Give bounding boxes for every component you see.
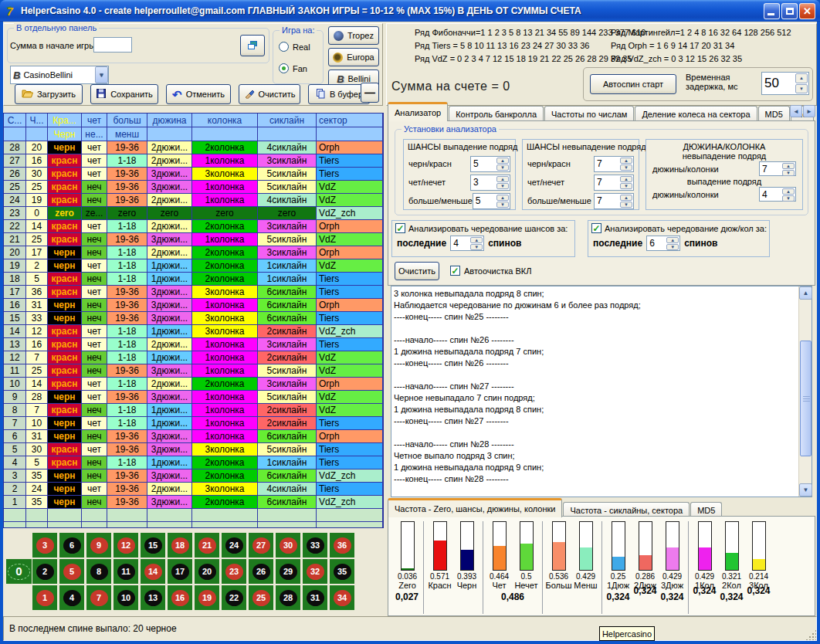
chances-spins-spinner[interactable]: 4 ▲▼ — [450, 236, 484, 251]
board-cell-19[interactable]: 19 — [195, 585, 219, 610]
spin-down-icon[interactable]: ▼ — [782, 170, 795, 176]
toolbar-button-2[interactable]: Сохранить — [90, 84, 158, 104]
board-cell-3[interactable]: 3 — [32, 533, 57, 558]
spin-up-icon[interactable]: ▲ — [470, 237, 483, 243]
setting-spinner[interactable]: 7▲▼ — [594, 175, 634, 191]
spin-down-icon[interactable]: ▼ — [470, 244, 483, 250]
maximize-button[interactable] — [781, 3, 798, 19]
spin-up-icon[interactable]: ▲ — [620, 195, 632, 201]
spin-down-icon[interactable]: ▼ — [666, 244, 679, 250]
setting-spinner[interactable]: 5▲▼ — [470, 156, 510, 172]
board-cell-4[interactable]: 4 — [59, 585, 84, 610]
board-cell-2[interactable]: 2 — [32, 559, 57, 584]
collapse-button[interactable]: — — [361, 83, 379, 103]
casino-select[interactable]: B CasinoBellini ▼ — [10, 66, 109, 84]
detach-panel-button[interactable] — [240, 35, 265, 56]
board-cell-29[interactable]: 29 — [276, 559, 300, 584]
board-cell-8[interactable]: 8 — [86, 559, 111, 584]
spin-up-icon[interactable]: ▲ — [782, 163, 795, 169]
delay-spinner[interactable]: 50 ▲ ▼ — [761, 72, 809, 95]
board-cell-27[interactable]: 27 — [249, 533, 273, 558]
board-cell-20[interactable]: 20 — [195, 559, 219, 584]
board-cell-13[interactable]: 13 — [141, 585, 165, 610]
scroll-down-icon[interactable]: ▼ — [799, 483, 812, 497]
spin-up-icon[interactable]: ▲ — [620, 176, 632, 182]
setting-spinner[interactable]: 7▲▼ — [594, 193, 634, 209]
chevron-down-icon[interactable]: ▼ — [95, 66, 108, 83]
spin-up-icon[interactable]: ▲ — [496, 176, 509, 182]
tab-5[interactable]: MD5 — [758, 106, 790, 121]
board-cell-6[interactable]: 6 — [59, 533, 84, 558]
spin-down-icon[interactable]: ▼ — [782, 195, 795, 202]
tab-2[interactable]: Контроль банкролла — [449, 106, 544, 121]
board-cell-31[interactable]: 31 — [303, 585, 327, 610]
board-cell-9[interactable]: 9 — [86, 533, 111, 558]
dozen-hit-spinner[interactable]: 4 ▲▼ — [759, 187, 796, 202]
spin-up-icon[interactable]: ▲ — [666, 237, 679, 243]
casino-button-europa[interactable]: Europa — [328, 48, 379, 66]
board-cell-14[interactable]: 14 — [141, 559, 165, 584]
tab-3[interactable]: Частоты по числам — [544, 106, 634, 121]
board-cell-15[interactable]: 15 — [141, 533, 165, 558]
freq-tab-2[interactable]: Частота - сиклайны, сектора — [563, 502, 690, 517]
board-cell-12[interactable]: 12 — [114, 533, 138, 558]
analyzer-log[interactable]: 3 колонка невыпадала подряд 8 спин; Набл… — [391, 286, 812, 497]
board-cell-21[interactable]: 21 — [195, 533, 219, 558]
board-cell-23[interactable]: 23 — [222, 559, 246, 584]
casino-button-tropez[interactable]: Tropez — [328, 26, 379, 45]
setting-spinner[interactable]: 3▲▼ — [470, 175, 510, 191]
board-cell-30[interactable]: 30 — [276, 533, 300, 558]
log-scrollbar[interactable]: ▲ ▼ — [798, 286, 812, 497]
radio-real[interactable]: Real — [279, 42, 310, 52]
dozen-miss-spinner[interactable]: 7 ▲▼ — [759, 161, 796, 176]
board-cell-33[interactable]: 33 — [303, 533, 327, 558]
toolbar-button-4[interactable]: Очистить — [239, 84, 300, 104]
board-cell-7[interactable]: 7 — [86, 585, 111, 610]
board-cell-10[interactable]: 10 — [114, 585, 138, 610]
autospin-start-button[interactable]: Автоспин старт — [590, 74, 676, 94]
spin-down-icon[interactable]: ▼ — [620, 183, 632, 189]
clear-analyzer-button[interactable]: Очистить — [395, 262, 439, 280]
freq-tab-3[interactable]: MD5 — [690, 502, 722, 517]
tab-scroll-right-icon[interactable]: ► — [803, 105, 815, 117]
alternation-dozen-checkbox[interactable]: Анализировать чередование дюж/кол за: — [588, 221, 769, 233]
board-cell-28[interactable]: 28 — [276, 585, 300, 610]
spin-up-icon[interactable]: ▲ — [496, 195, 509, 201]
freq-tab-1[interactable]: Частота - Zero, шансы, дюжины, колонки — [388, 498, 562, 517]
alternation-chances-checkbox[interactable]: Анализировать чередование шансов за: — [392, 221, 574, 233]
board-cell-22[interactable]: 22 — [222, 585, 246, 610]
board-cell-34[interactable]: 34 — [330, 585, 354, 610]
radio-fan[interactable]: Fan — [279, 63, 307, 73]
toolbar-button-1[interactable]: Загрузить — [15, 84, 83, 104]
setting-spinner[interactable]: 7▲▼ — [594, 156, 634, 172]
spin-up-icon[interactable]: ▲ — [496, 158, 509, 164]
spin-up-icon[interactable]: ▲ — [620, 158, 632, 164]
board-cell-18[interactable]: 18 — [168, 533, 192, 558]
autoclean-checkbox[interactable]: Автоочистка ВКЛ — [450, 266, 531, 276]
close-button[interactable]: ✕ — [799, 3, 815, 19]
spin-down-icon[interactable]: ▼ — [496, 164, 509, 171]
start-sum-input[interactable] — [93, 37, 132, 53]
scroll-up-icon[interactable]: ▲ — [799, 286, 812, 300]
spin-down-icon[interactable]: ▼ — [496, 202, 509, 208]
spin-up-icon[interactable]: ▲ — [795, 73, 808, 83]
spin-down-icon[interactable]: ▼ — [496, 183, 509, 189]
board-cell-36[interactable]: 36 — [330, 533, 354, 558]
board-cell-32[interactable]: 32 — [303, 559, 327, 584]
board-cell-5[interactable]: 5 — [59, 559, 84, 584]
dozen-spins-spinner[interactable]: 6 ▲▼ — [646, 236, 680, 251]
board-cell-26[interactable]: 26 — [249, 559, 273, 584]
setting-spinner[interactable]: 5▲▼ — [473, 193, 510, 209]
board-cell-35[interactable]: 35 — [330, 559, 354, 584]
tab-4[interactable]: Деление колеса на сектора — [635, 106, 757, 121]
tab-1[interactable]: Анализатор — [388, 102, 448, 121]
board-zero-cell[interactable]: 0 — [6, 559, 32, 584]
spin-up-icon[interactable]: ▲ — [782, 188, 795, 195]
spin-down-icon[interactable]: ▼ — [795, 84, 808, 94]
board-cell-24[interactable]: 24 — [222, 533, 246, 558]
spin-down-icon[interactable]: ▼ — [620, 202, 632, 208]
board-cell-1[interactable]: 1 — [32, 585, 57, 610]
board-cell-25[interactable]: 25 — [249, 585, 273, 610]
board-cell-11[interactable]: 11 — [114, 559, 138, 584]
board-cell-16[interactable]: 16 — [168, 585, 192, 610]
